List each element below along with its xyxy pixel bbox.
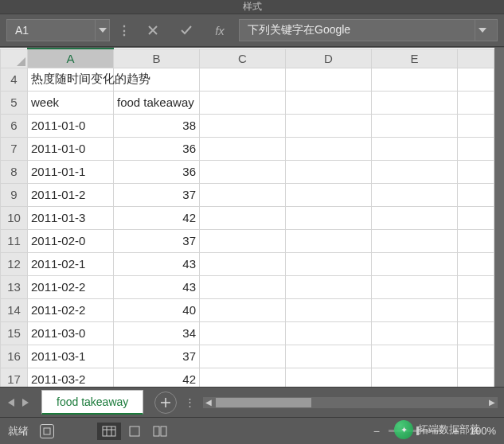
cell[interactable]: 2011-03-1 bbox=[28, 345, 114, 368]
cell[interactable] bbox=[200, 160, 286, 183]
cell[interactable] bbox=[200, 298, 286, 321]
confirm-button[interactable] bbox=[172, 19, 201, 41]
cell[interactable] bbox=[200, 137, 286, 160]
cell[interactable]: 2011-03-2 bbox=[28, 368, 114, 387]
cell[interactable]: 43 bbox=[114, 252, 200, 275]
cell[interactable] bbox=[200, 345, 286, 368]
cell[interactable] bbox=[286, 114, 372, 137]
view-page-break-button[interactable] bbox=[148, 423, 172, 440]
cell[interactable] bbox=[286, 321, 372, 345]
col-header-e[interactable]: E bbox=[372, 49, 458, 68]
cell[interactable]: 2011-01-1 bbox=[28, 160, 114, 183]
cell[interactable]: 2011-03-0 bbox=[28, 321, 114, 345]
zoom-level[interactable]: 100% bbox=[470, 425, 496, 437]
row-header[interactable]: 7 bbox=[1, 137, 28, 160]
cell[interactable] bbox=[200, 91, 286, 114]
cell[interactable] bbox=[372, 91, 458, 114]
cell[interactable]: 38 bbox=[114, 114, 200, 137]
col-header-c[interactable]: C bbox=[200, 49, 286, 68]
cell[interactable] bbox=[200, 368, 286, 387]
row-header[interactable]: 16 bbox=[1, 345, 28, 368]
cell[interactable] bbox=[286, 206, 372, 229]
cell[interactable] bbox=[286, 345, 372, 368]
cell[interactable] bbox=[372, 368, 458, 387]
cell[interactable] bbox=[286, 252, 372, 275]
cell[interactable]: 40 bbox=[114, 298, 200, 321]
tab-next-button[interactable] bbox=[19, 393, 32, 412]
cell[interactable] bbox=[458, 368, 494, 387]
cell[interactable]: 42 bbox=[114, 206, 200, 229]
name-box[interactable] bbox=[6, 19, 110, 41]
cell[interactable] bbox=[286, 91, 372, 114]
cell[interactable] bbox=[200, 321, 286, 345]
name-box-input[interactable] bbox=[7, 24, 95, 37]
cell[interactable] bbox=[286, 368, 372, 387]
zoom-out-button[interactable]: − bbox=[369, 424, 384, 438]
view-page-layout-button[interactable] bbox=[123, 423, 147, 440]
zoom-in-button[interactable]: + bbox=[449, 424, 463, 438]
hscroll-left-icon[interactable]: ◀ bbox=[203, 397, 214, 408]
cell[interactable] bbox=[286, 68, 372, 91]
cell[interactable] bbox=[458, 298, 494, 321]
cell[interactable]: 2011-01-3 bbox=[28, 206, 114, 229]
cell[interactable]: 36 bbox=[114, 160, 200, 183]
cell[interactable]: 2011-02-2 bbox=[28, 275, 114, 298]
zoom-slider[interactable] bbox=[389, 430, 444, 432]
cancel-button[interactable] bbox=[139, 19, 167, 41]
cell[interactable] bbox=[458, 321, 494, 345]
row-header[interactable]: 8 bbox=[1, 160, 28, 183]
cell[interactable]: 37 bbox=[114, 229, 200, 252]
add-sheet-button[interactable] bbox=[154, 391, 177, 414]
cell[interactable] bbox=[458, 206, 494, 229]
row-header[interactable]: 12 bbox=[1, 252, 28, 275]
cell[interactable] bbox=[372, 68, 458, 91]
select-all-corner[interactable] bbox=[1, 49, 28, 68]
cell[interactable] bbox=[458, 91, 494, 114]
cell[interactable] bbox=[458, 275, 494, 298]
cell[interactable] bbox=[372, 114, 458, 137]
cell[interactable]: 42 bbox=[114, 368, 200, 387]
row-header[interactable]: 6 bbox=[1, 114, 28, 137]
horizontal-scrollbar[interactable]: ◀ ▶ bbox=[203, 397, 498, 408]
cell[interactable] bbox=[200, 68, 286, 91]
cell[interactable] bbox=[200, 252, 286, 275]
cell[interactable] bbox=[286, 229, 372, 252]
cell[interactable]: week bbox=[28, 91, 114, 114]
cell[interactable]: 2011-01-0 bbox=[28, 114, 114, 137]
view-normal-button[interactable] bbox=[97, 423, 121, 440]
row-header[interactable]: 17 bbox=[1, 368, 28, 387]
sheet-tab-active[interactable]: food takeaway bbox=[41, 390, 143, 415]
cell[interactable] bbox=[372, 137, 458, 160]
cell[interactable] bbox=[458, 137, 494, 160]
col-header-extra[interactable] bbox=[458, 49, 494, 68]
row-header[interactable]: 11 bbox=[1, 229, 28, 252]
row-header[interactable]: 14 bbox=[1, 298, 28, 321]
row-header[interactable]: 15 bbox=[1, 321, 28, 345]
cell[interactable] bbox=[286, 137, 372, 160]
cell[interactable] bbox=[458, 114, 494, 137]
tab-overflow-icon[interactable]: ⋮ bbox=[185, 396, 197, 408]
cell[interactable] bbox=[200, 229, 286, 252]
cell[interactable]: 2011-01-2 bbox=[28, 183, 114, 206]
row-header[interactable]: 4 bbox=[1, 68, 28, 91]
col-header-a[interactable]: A bbox=[28, 49, 114, 68]
cell[interactable] bbox=[372, 229, 458, 252]
col-header-b[interactable]: B bbox=[114, 49, 200, 68]
cell[interactable]: 2011-01-0 bbox=[28, 137, 114, 160]
cell[interactable] bbox=[200, 206, 286, 229]
vertical-scrollbar[interactable] bbox=[494, 48, 504, 387]
fx-button[interactable]: fx bbox=[205, 19, 234, 41]
cell[interactable] bbox=[200, 183, 286, 206]
hscroll-right-icon[interactable]: ▶ bbox=[486, 397, 498, 408]
grid-viewport[interactable]: ABCDE 4热度随时间变化的趋势5weekfood takeaway62011… bbox=[0, 48, 494, 387]
cell[interactable]: 36 bbox=[114, 137, 200, 160]
cell[interactable] bbox=[458, 68, 494, 91]
cell[interactable] bbox=[286, 183, 372, 206]
accessibility-icon[interactable] bbox=[40, 424, 54, 438]
cell[interactable] bbox=[458, 252, 494, 275]
cell[interactable] bbox=[200, 114, 286, 137]
row-header[interactable]: 10 bbox=[1, 206, 28, 229]
cell[interactable] bbox=[372, 252, 458, 275]
cell[interactable] bbox=[372, 345, 458, 368]
col-header-d[interactable]: D bbox=[286, 49, 372, 68]
